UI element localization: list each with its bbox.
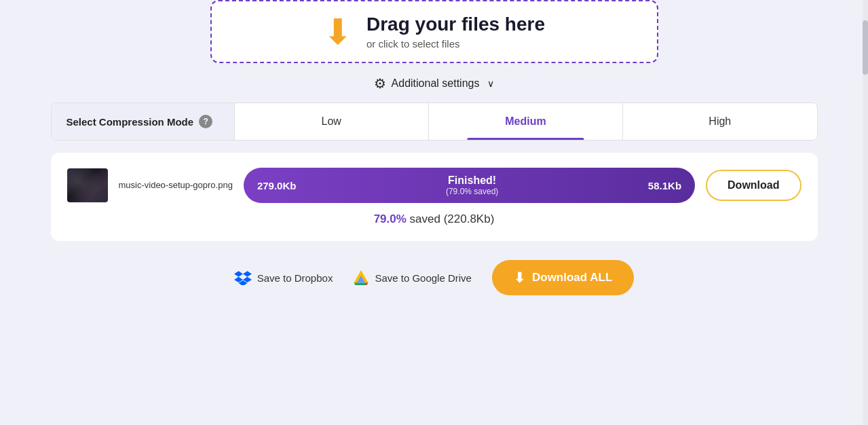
drop-zone[interactable]: ⬇ Drag your files here or click to selec…: [210, 0, 658, 63]
compression-option-medium[interactable]: Medium: [429, 103, 623, 140]
result-card: music-video-setup-gopro.png 279.0Kb Fini…: [51, 153, 818, 241]
compression-mode-bar: Select Compression Mode ? Low Medium Hig…: [51, 103, 818, 141]
settings-icon: ⚙: [374, 75, 386, 92]
compression-option-high[interactable]: High: [623, 103, 816, 140]
dropbox-icon: [234, 270, 252, 285]
original-size: 279.0Kb: [257, 180, 297, 191]
result-row: music-video-setup-gopro.png 279.0Kb Fini…: [67, 168, 801, 203]
file-thumbnail: [67, 168, 108, 202]
page-wrapper: ⬇ Drag your files here or click to selec…: [0, 0, 868, 295]
drop-title: Drag your files here: [366, 14, 545, 35]
download-all-button[interactable]: ⬇ Download ALL: [492, 260, 634, 295]
download-all-icon: ⬇: [514, 270, 525, 286]
save-gdrive-label: Save to Google Drive: [375, 272, 472, 284]
compression-label-text: Select Compression Mode: [67, 116, 194, 128]
scrollbar-track[interactable]: [863, 0, 868, 425]
upload-icon: ⬇: [323, 14, 353, 50]
saved-summary-text: saved (220.8Kb): [407, 212, 494, 225]
download-all-label: Download ALL: [532, 271, 612, 284]
save-dropbox-link[interactable]: Save to Dropbox: [234, 270, 333, 285]
drop-text: Drag your files here or click to select …: [366, 14, 545, 50]
saved-summary: 79.0% saved (220.8Kb): [67, 212, 801, 226]
saved-pct-bar: (79.0% saved): [446, 187, 498, 196]
save-gdrive-link[interactable]: Save to Google Drive: [353, 270, 472, 285]
saved-pct-summary: 79.0%: [374, 212, 407, 225]
compressed-size: 58.1Kb: [648, 180, 681, 191]
download-button[interactable]: Download: [706, 170, 801, 201]
chevron-down-icon: ∨: [487, 78, 494, 89]
bottom-actions: Save to Dropbox Save to Google Drive ⬇ D…: [234, 260, 635, 295]
additional-settings-toggle[interactable]: ⚙ Additional settings ∨: [374, 75, 495, 92]
gdrive-icon: [353, 270, 369, 285]
status-finished: Finished!: [446, 174, 498, 187]
settings-label: Additional settings: [392, 77, 480, 90]
file-name: music-video-setup-gopro.png: [119, 179, 233, 191]
compression-option-low[interactable]: Low: [235, 103, 429, 140]
help-icon[interactable]: ?: [199, 115, 212, 128]
save-dropbox-label: Save to Dropbox: [257, 272, 333, 284]
scrollbar-thumb[interactable]: [863, 20, 868, 75]
drop-subtitle: or click to select files: [366, 38, 545, 50]
compression-mode-label: Select Compression Mode ?: [52, 103, 235, 140]
progress-center: Finished! (79.0% saved): [446, 174, 498, 196]
progress-bar: 279.0Kb Finished! (79.0% saved) 58.1Kb: [244, 168, 695, 203]
